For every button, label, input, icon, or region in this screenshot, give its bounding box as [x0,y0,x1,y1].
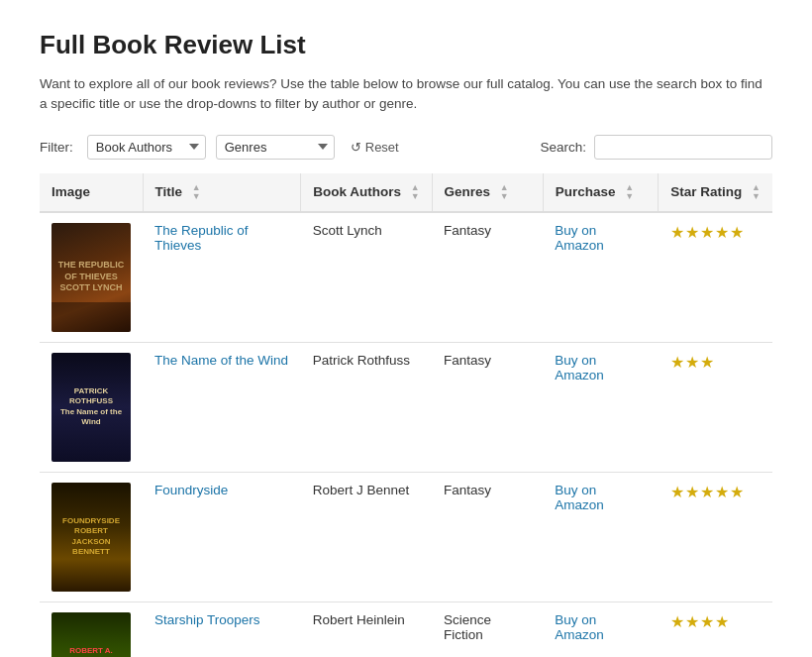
purchase-link[interactable]: Buy on Amazon [555,353,604,383]
cell-genre: Fantasy [432,212,543,343]
toolbar: Filter: Book Authors Genres ↺ Reset Sear… [40,135,772,160]
table-body: THE REPUBLIC OF THIEVES SCOTT LYNCHThe R… [40,212,772,658]
sort-title-icon: ▲▼ [192,183,201,201]
sort-genres-icon: ▲▼ [500,183,509,201]
page-description: Want to explore all of our book reviews?… [40,74,772,115]
star-rating-display: ★★★★★ [670,484,745,500]
reset-button[interactable]: ↺ Reset [345,136,405,159]
cell-star-rating: ★★★★★ [659,472,772,602]
book-review-table: Image Title ▲▼ Book Authors ▲▼ Genres ▲▼… [40,173,772,658]
cell-star-rating: ★★★★★ [659,212,772,343]
search-label: Search: [540,140,586,155]
purchase-link[interactable]: Buy on Amazon [555,612,604,642]
cell-genre: Fantasy [432,342,543,472]
cell-author: Robert J Bennet [301,472,432,602]
col-title[interactable]: Title ▲▼ [143,173,301,212]
cell-image: THE REPUBLIC OF THIEVES SCOTT LYNCH [40,212,143,343]
cell-image: FOUNDRYSIDE ROBERT JACKSON BENNETT [40,472,143,602]
reset-label: Reset [365,140,399,155]
sort-stars-icon: ▲▼ [752,183,761,201]
cell-image: ROBERT A. HEINLEIN STARSHIP TROOPERS [40,602,143,657]
cell-purchase: Buy on Amazon [543,472,659,602]
table-row: PATRICK ROTHFUSS The Name of the WindThe… [40,342,772,472]
book-title-link[interactable]: Starship Troopers [154,612,260,627]
filter-label: Filter: [40,140,73,155]
book-title-link[interactable]: Foundryside [154,483,228,497]
cell-title: The Name of the Wind [143,342,301,472]
table-row: THE REPUBLIC OF THIEVES SCOTT LYNCHThe R… [40,212,772,343]
col-authors[interactable]: Book Authors ▲▼ [301,173,432,212]
authors-filter-select[interactable]: Book Authors [87,135,206,160]
cell-genre: Science Fiction [432,602,543,657]
cell-star-rating: ★★★★ [659,602,772,657]
cell-purchase: Buy on Amazon [543,602,659,657]
star-rating-display: ★★★★ [670,613,730,630]
cell-title: Starship Troopers [143,602,301,657]
star-rating-display: ★★★★★ [670,224,745,241]
sort-purchase-icon: ▲▼ [625,183,634,201]
search-group: Search: [540,135,772,160]
cell-title: Foundryside [143,472,301,602]
reset-icon: ↺ [351,140,361,155]
cell-star-rating: ★★★ [659,342,772,472]
purchase-link[interactable]: Buy on Amazon [555,483,604,512]
table-header: Image Title ▲▼ Book Authors ▲▼ Genres ▲▼… [40,173,772,212]
cell-title: The Republic of Thieves [143,212,301,343]
cell-purchase: Buy on Amazon [543,342,659,472]
table-row: FOUNDRYSIDE ROBERT JACKSON BENNETTFoundr… [40,472,772,602]
sort-authors-icon: ▲▼ [411,183,420,201]
cell-author: Robert Heinlein [301,602,432,657]
table-row: ROBERT A. HEINLEIN STARSHIP TROOPERSStar… [40,602,772,657]
star-rating-display: ★★★ [670,354,715,371]
cell-purchase: Buy on Amazon [543,212,659,343]
genres-filter-select[interactable]: Genres [216,135,335,160]
cell-genre: Fantasy [432,472,543,602]
cell-author: Patrick Rothfuss [301,342,432,472]
book-title-link[interactable]: The Republic of Thieves [154,223,249,253]
cell-author: Scott Lynch [301,212,432,343]
col-star-rating[interactable]: Star Rating ▲▼ [659,173,772,212]
col-purchase[interactable]: Purchase ▲▼ [543,173,659,212]
col-image: Image [40,173,143,212]
cell-image: PATRICK ROTHFUSS The Name of the Wind [40,342,143,472]
book-title-link[interactable]: The Name of the Wind [154,353,288,368]
purchase-link[interactable]: Buy on Amazon [555,223,604,253]
col-genres[interactable]: Genres ▲▼ [432,173,543,212]
search-input[interactable] [594,135,772,160]
page-title: Full Book Review List [40,30,772,60]
